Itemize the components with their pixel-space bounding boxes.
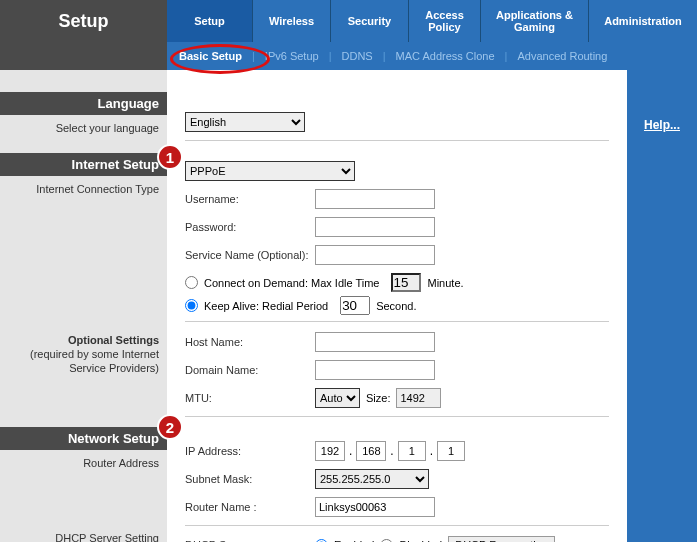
select-language-label: Select your language (0, 115, 167, 137)
subnav-basic-setup[interactable]: Basic Setup (179, 50, 242, 62)
keep-alive-label: Keep Alive: Redial Period (204, 300, 328, 312)
language-header: Language (0, 92, 167, 115)
minute-label: Minute. (427, 277, 463, 289)
language-select[interactable]: English (185, 112, 305, 132)
help-link[interactable]: Help... (644, 118, 680, 132)
page-title: Setup (0, 0, 167, 42)
optional-settings-label: Optional Settings(required by some Inter… (0, 327, 167, 378)
separator-line (185, 416, 609, 417)
tab-applications-gaming[interactable]: Applications & Gaming (481, 0, 589, 42)
ip-octet-4[interactable] (437, 441, 465, 461)
dot: . (430, 444, 433, 458)
tab-administration[interactable]: Administration (589, 0, 697, 42)
separator-line (185, 140, 609, 141)
annotation-badge-1: 1 (157, 144, 183, 170)
connection-type-select[interactable]: PPPoE (185, 161, 355, 181)
tab-access-policy[interactable]: Access Policy (409, 0, 481, 42)
connection-type-label: Internet Connection Type (0, 176, 167, 198)
service-name-input[interactable] (315, 245, 435, 265)
dhcp-enabled-radio[interactable] (315, 539, 328, 543)
connect-on-demand-label: Connect on Demand: Max Idle Time (204, 277, 379, 289)
tab-security[interactable]: Security (331, 0, 409, 42)
subnet-mask-label: Subnet Mask: (185, 473, 315, 485)
ip-address-label: IP Address: (185, 445, 315, 457)
idle-time-input[interactable] (391, 273, 421, 292)
subnav-ddns[interactable]: DDNS (342, 50, 373, 62)
ip-octet-1[interactable] (315, 441, 345, 461)
host-name-label: Host Name: (185, 336, 315, 348)
dot: . (349, 444, 352, 458)
connect-on-demand-radio[interactable] (185, 276, 198, 289)
separator: | (329, 50, 332, 62)
separator: | (505, 50, 508, 62)
router-name-input[interactable] (315, 497, 435, 517)
separator-line (185, 525, 609, 526)
separator: | (383, 50, 386, 62)
domain-name-input[interactable] (315, 360, 435, 380)
domain-name-label: Domain Name: (185, 364, 315, 376)
separator-line (185, 321, 609, 322)
tab-wireless[interactable]: Wireless (253, 0, 331, 42)
annotation-badge-2: 2 (157, 414, 183, 440)
ip-octet-3[interactable] (398, 441, 426, 461)
top-nav: Setup Wireless Security Access Policy Ap… (167, 0, 697, 42)
size-label: Size: (366, 392, 390, 404)
dot: . (390, 444, 393, 458)
redial-period-input[interactable] (340, 296, 370, 315)
dhcp-disabled-radio[interactable] (380, 539, 393, 543)
mtu-label: MTU: (185, 392, 315, 404)
subnet-mask-select[interactable]: 255.255.255.0 (315, 469, 429, 489)
subnav-advanced-routing[interactable]: Advanced Routing (517, 50, 607, 62)
tab-setup[interactable]: Setup (167, 0, 253, 42)
ip-octet-2[interactable] (356, 441, 386, 461)
password-input[interactable] (315, 217, 435, 237)
username-input[interactable] (315, 189, 435, 209)
subnav-spacer (0, 42, 167, 70)
router-name-label: Router Name : (185, 501, 315, 513)
username-label: Username: (185, 193, 315, 205)
keep-alive-radio[interactable] (185, 299, 198, 312)
network-setup-header: Network Setup (0, 427, 167, 450)
subnav-mac-clone[interactable]: MAC Address Clone (396, 50, 495, 62)
router-address-label: Router Address (0, 450, 167, 472)
dhcp-setting-label: DHCP Server Setting (0, 525, 167, 542)
service-name-label: Service Name (Optional): (185, 249, 315, 261)
mtu-size-input[interactable] (396, 388, 441, 408)
form-area: English PPPoE Username: Password: Servic… (167, 70, 627, 542)
help-column: Help... (627, 70, 697, 542)
subnav-ipv6-setup[interactable]: IPv6 Setup (265, 50, 319, 62)
host-name-input[interactable] (315, 332, 435, 352)
password-label: Password: (185, 221, 315, 233)
dhcp-reservation-button[interactable]: DHCP Reservation (448, 536, 555, 542)
internet-setup-header: Internet Setup (0, 153, 167, 176)
sub-nav: Basic Setup | IPv6 Setup | DDNS | MAC Ad… (167, 42, 697, 70)
mtu-mode-select[interactable]: Auto (315, 388, 360, 408)
second-label: Second. (376, 300, 416, 312)
separator: | (252, 50, 255, 62)
left-column: Language Select your language Internet S… (0, 70, 167, 542)
